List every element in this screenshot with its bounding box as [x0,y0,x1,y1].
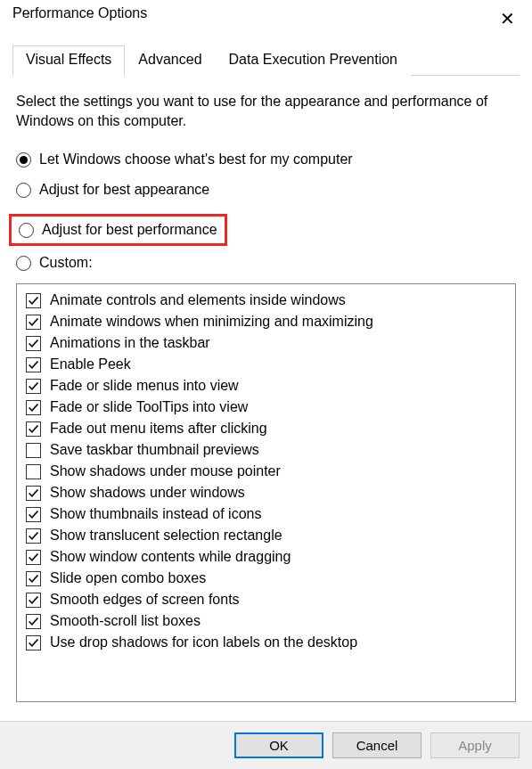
effects-checklist: Animate controls and elements inside win… [16,283,516,702]
radio-label: Custom: [39,255,93,271]
close-button[interactable]: ✕ [489,5,525,32]
checkbox-icon[interactable] [26,614,41,629]
checkbox-row[interactable]: Animate controls and elements inside win… [24,290,508,311]
checkbox-row[interactable]: Fade out menu items after clicking [24,418,508,439]
checkbox-label: Show translucent selection rectangle [50,528,282,544]
performance-options-dialog: Performance Options ✕ Visual EffectsAdva… [0,0,532,769]
checkbox-icon[interactable] [26,486,41,501]
checkbox-label: Animate windows when minimizing and maxi… [50,314,373,330]
radio-icon[interactable] [16,152,31,168]
cancel-button[interactable]: Cancel [332,732,422,758]
checkbox-label: Save taskbar thumbnail previews [50,442,259,458]
checkbox-row[interactable]: Animations in the taskbar [24,332,508,354]
checkbox-icon[interactable] [26,635,41,650]
radio-icon[interactable] [16,256,31,271]
dialog-buttons: OK Cancel Apply [0,721,532,769]
checkbox-label: Show shadows under mouse pointer [50,463,281,479]
checkbox-label: Animations in the taskbar [50,335,210,351]
tabstrip: Visual EffectsAdvancedData Execution Pre… [12,45,520,76]
highlight-box: Adjust for best performance [9,214,227,246]
checkbox-icon[interactable] [26,357,41,372]
checkbox-label: Smooth-scroll list boxes [50,613,201,629]
checkbox-row[interactable]: Slide open combo boxes [24,568,508,589]
checkbox-label: Smooth edges of screen fonts [50,592,240,608]
checkbox-label: Use drop shadows for icon labels on the … [50,634,357,650]
radio-label: Let Windows choose what's best for my co… [39,151,353,168]
radio-label: Adjust for best performance [42,222,217,238]
checkbox-label: Show thumbnails instead of icons [50,506,261,522]
checkbox-row[interactable]: Save taskbar thumbnail previews [24,439,508,461]
checkbox-row[interactable]: Fade or slide menus into view [24,375,508,397]
radio-icon[interactable] [16,183,31,198]
checkbox-label: Show shadows under windows [50,485,245,501]
checkbox-icon[interactable] [26,443,41,458]
checkbox-row[interactable]: Fade or slide ToolTips into view [24,397,508,418]
checkbox-icon[interactable] [26,507,41,522]
radio-label: Adjust for best appearance [39,182,209,198]
radio-option[interactable]: Let Windows choose what's best for my co… [16,150,516,169]
tab-advanced[interactable]: Advanced [125,45,215,76]
checkbox-row[interactable]: Animate windows when minimizing and maxi… [24,311,508,332]
radio-option[interactable]: Custom: [16,253,516,273]
checkbox-row[interactable]: Show shadows under mouse pointer [24,461,508,482]
tab-data-execution-prevention[interactable]: Data Execution Prevention [216,45,411,76]
checkbox-row[interactable]: Show window contents while dragging [24,546,508,568]
checkbox-icon[interactable] [26,400,41,415]
checkbox-icon[interactable] [26,593,41,608]
radio-icon[interactable] [19,223,34,238]
radio-option[interactable]: Adjust for best appearance [16,180,516,200]
checkbox-icon[interactable] [26,421,41,437]
tab-visual-effects-panel: Select the settings you want to use for … [0,76,532,709]
checkbox-label: Fade out menu items after clicking [50,421,267,437]
ok-button[interactable]: OK [234,732,323,758]
window-title: Performance Options [12,5,147,21]
checkbox-row[interactable]: Smooth-scroll list boxes [24,610,508,632]
checkbox-icon[interactable] [26,293,41,308]
apply-button: Apply [430,732,520,758]
checkbox-label: Enable Peek [50,356,131,372]
checkbox-label: Fade or slide ToolTips into view [50,399,248,415]
checkbox-icon[interactable] [26,550,41,565]
titlebar: Performance Options ✕ [0,0,532,32]
checkbox-icon[interactable] [26,571,41,586]
checkbox-row[interactable]: Enable Peek [24,354,508,375]
checkbox-label: Animate controls and elements inside win… [50,292,346,308]
checkbox-label: Fade or slide menus into view [50,378,239,394]
checkbox-icon[interactable] [26,464,41,479]
checkbox-row[interactable]: Use drop shadows for icon labels on the … [24,632,508,653]
checkbox-row[interactable]: Show thumbnails instead of icons [24,503,508,525]
checkbox-label: Slide open combo boxes [50,570,206,586]
tab-visual-effects[interactable]: Visual Effects [12,45,125,76]
checkbox-icon[interactable] [26,379,41,394]
checkbox-icon[interactable] [26,315,41,330]
checkbox-icon[interactable] [26,336,41,351]
checkbox-icon[interactable] [26,528,41,544]
description-text: Select the settings you want to use for … [16,92,516,130]
checkbox-row[interactable]: Show translucent selection rectangle [24,525,508,546]
checkbox-label: Show window contents while dragging [50,549,291,565]
checkbox-row[interactable]: Show shadows under windows [24,482,508,503]
checkbox-row[interactable]: Smooth edges of screen fonts [24,589,508,610]
